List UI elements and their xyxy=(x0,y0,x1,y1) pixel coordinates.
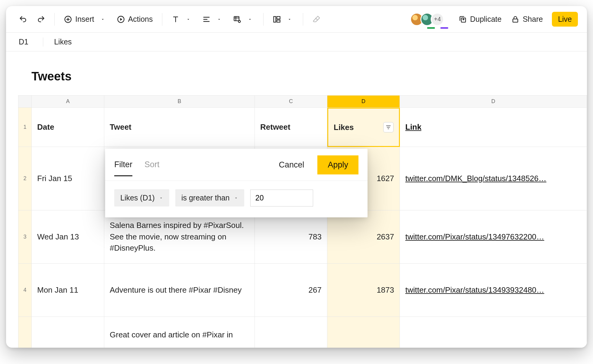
chevron-down-icon xyxy=(246,15,254,24)
table-gear-icon xyxy=(233,15,241,24)
cell-likes[interactable]: 2637 xyxy=(327,210,400,264)
cell-likes[interactable]: 1873 xyxy=(327,264,400,317)
column-letter[interactable]: B xyxy=(104,96,255,108)
text-icon xyxy=(171,15,180,24)
cell-tweet[interactable]: Adventure is out there #Pixar #Disney xyxy=(104,264,255,317)
svg-rect-8 xyxy=(513,19,518,22)
cell-retweet[interactable]: 783 xyxy=(255,210,327,264)
cell-reference[interactable]: D1 xyxy=(15,37,32,46)
header-retweet[interactable]: Retweet xyxy=(255,108,327,147)
cell-tweet[interactable]: Salena Barnes inspired by #PixarSoul. Se… xyxy=(104,210,255,264)
cell-date[interactable]: Fri Jan 15 xyxy=(32,147,104,210)
tab-filter[interactable]: Filter xyxy=(114,160,132,176)
live-label: Live xyxy=(558,15,572,23)
tab-sort[interactable]: Sort xyxy=(144,160,160,176)
presence-indicator xyxy=(440,27,448,29)
filter-column-dropdown[interactable]: Likes (D1) xyxy=(114,189,169,206)
row-number[interactable]: 3 xyxy=(18,210,32,264)
table-row: 3 Wed Jan 13 Salena Barnes inspired by #… xyxy=(18,210,587,264)
cell-likes[interactable] xyxy=(327,317,400,348)
plus-circle-icon xyxy=(64,15,72,24)
cell-value[interactable]: Likes xyxy=(54,37,72,46)
corner-cell[interactable] xyxy=(18,96,32,108)
column-letter[interactable]: A xyxy=(32,96,104,108)
avatar-more-count: +4 xyxy=(434,16,441,23)
header-link[interactable]: Link xyxy=(400,108,587,147)
share-button[interactable]: Share xyxy=(507,11,546,27)
cell-tweet[interactable]: Great cover and article on #Pixar in xyxy=(104,317,255,348)
column-letter[interactable]: C xyxy=(255,96,327,108)
column-letter-selected[interactable]: D xyxy=(327,96,400,108)
duplicate-label: Duplicate xyxy=(470,15,501,24)
cell-link[interactable]: twitter.com/Pixar/status/13497632200… xyxy=(400,210,587,264)
separator xyxy=(263,13,264,26)
text-format-button[interactable] xyxy=(168,11,196,27)
svg-rect-4 xyxy=(274,16,276,22)
column-letter[interactable]: D xyxy=(400,96,587,108)
insert-label: Insert xyxy=(75,15,94,24)
cell-date[interactable] xyxy=(32,317,104,348)
chevron-down-icon xyxy=(285,15,294,24)
cell-date[interactable]: Mon Jan 11 xyxy=(32,264,104,317)
filter-value-input[interactable] xyxy=(250,190,313,206)
cell-retweet[interactable] xyxy=(255,317,327,348)
chevron-down-icon xyxy=(184,15,193,24)
duplicate-button[interactable]: Duplicate xyxy=(455,11,505,27)
separator xyxy=(162,13,162,26)
filter-operator-dropdown[interactable]: is greater than xyxy=(175,189,244,206)
row-number[interactable]: 1 xyxy=(18,108,32,147)
header-tweet[interactable]: Tweet xyxy=(104,108,255,147)
eraser-button[interactable] xyxy=(309,11,324,27)
lock-icon xyxy=(511,15,520,24)
cell-retweet[interactable]: 267 xyxy=(255,264,327,317)
insert-button[interactable]: Insert xyxy=(60,11,111,27)
duplicate-icon xyxy=(459,15,467,24)
filter-icon[interactable] xyxy=(383,122,394,132)
apply-button[interactable]: Apply xyxy=(317,155,358,174)
column-letters-row: A B C D D xyxy=(18,96,587,108)
dropdown-label: Likes (D1) xyxy=(120,193,155,202)
chevron-down-icon xyxy=(215,15,223,24)
layout-button[interactable] xyxy=(269,11,297,27)
layout-icon xyxy=(273,15,281,24)
presence-indicator xyxy=(427,27,435,29)
actions-button[interactable]: Actions xyxy=(113,11,157,27)
avatar-overflow[interactable]: +4 xyxy=(431,13,444,26)
undo-button[interactable] xyxy=(15,11,31,27)
cell-link[interactable]: twitter.com/Pixar/status/13493932480… xyxy=(400,264,587,317)
separator xyxy=(303,13,303,26)
svg-rect-5 xyxy=(277,16,280,19)
align-button[interactable] xyxy=(199,11,227,27)
undo-icon xyxy=(19,15,27,24)
live-button[interactable]: Live xyxy=(552,12,578,27)
row-number[interactable]: 2 xyxy=(18,147,32,210)
svg-rect-6 xyxy=(277,20,280,22)
data-grid: A B C D D 1 Date Tweet Retweet Likes xyxy=(18,95,587,348)
cell-link[interactable] xyxy=(400,317,587,348)
dropdown-label: is greater than xyxy=(181,193,230,202)
row-number[interactable]: 4 xyxy=(18,264,32,317)
app-window: Insert Actions xyxy=(6,6,587,348)
header-row: 1 Date Tweet Retweet Likes Link xyxy=(18,108,587,147)
redo-button[interactable] xyxy=(33,11,49,27)
svg-point-3 xyxy=(238,20,240,22)
eraser-icon xyxy=(312,15,321,24)
sheet-title[interactable]: Tweets xyxy=(31,70,587,83)
table-format-button[interactable] xyxy=(229,11,258,27)
presence-avatars[interactable]: +4 xyxy=(413,13,444,26)
share-label: Share xyxy=(523,15,543,24)
chevron-down-icon xyxy=(234,196,238,200)
header-date[interactable]: Date xyxy=(32,108,104,147)
filter-popover: Filter Sort Cancel Apply Likes (D1) is g… xyxy=(105,149,368,217)
cell-date[interactable]: Wed Jan 13 xyxy=(32,210,104,264)
cell-link[interactable]: twitter.com/DMK_Blog/status/1348526… xyxy=(400,147,587,210)
row-number[interactable] xyxy=(18,317,32,348)
chevron-down-icon xyxy=(99,15,107,24)
redo-icon xyxy=(37,15,45,24)
align-icon xyxy=(202,15,211,24)
cancel-button[interactable]: Cancel xyxy=(272,156,311,174)
header-likes[interactable]: Likes xyxy=(327,108,400,147)
separator xyxy=(54,13,55,26)
header-likes-label: Likes xyxy=(334,123,354,132)
svg-rect-2 xyxy=(234,16,239,21)
